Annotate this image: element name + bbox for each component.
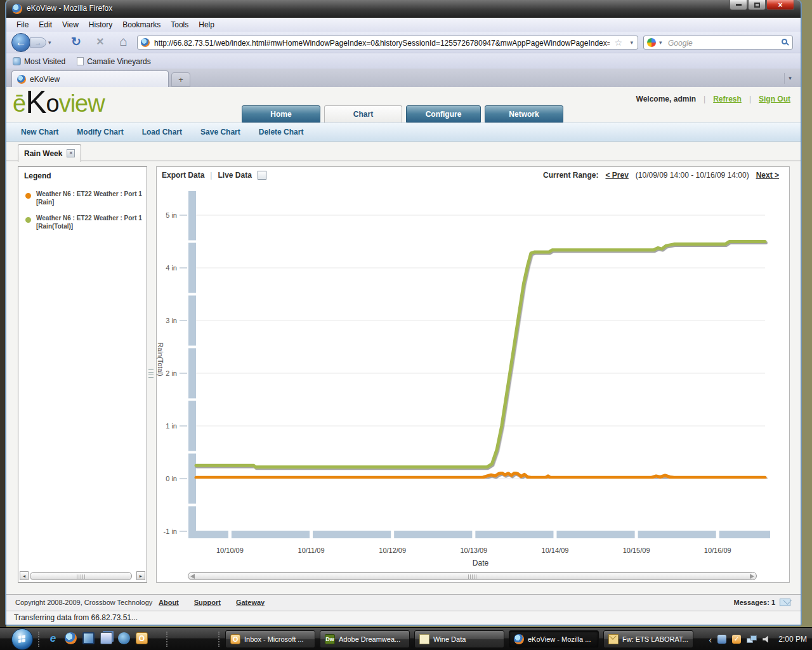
- bookmark-star-icon[interactable]: ☆: [614, 37, 622, 48]
- legend-item: Weather N6 : ET22 Weather : Port 1[Rain(…: [18, 211, 147, 235]
- back-button[interactable]: ←: [11, 33, 30, 52]
- submenu-new-chart[interactable]: New Chart: [21, 128, 58, 136]
- search-input[interactable]: ▾ Google: [643, 36, 793, 50]
- maximize-button[interactable]: [748, 0, 766, 10]
- y-tick-label: 2 in: [166, 369, 177, 377]
- refresh-link[interactable]: Refresh: [713, 95, 742, 103]
- scroll-right-icon[interactable]: ►: [136, 571, 145, 580]
- submenu-modify-chart[interactable]: Modify Chart: [77, 128, 123, 136]
- x-axis-band-gap: [310, 531, 313, 538]
- taskbar-button-outlook[interactable]: OInbox - Microsoft ...: [225, 630, 315, 648]
- search-engine-dropdown-icon[interactable]: ▾: [659, 39, 662, 46]
- x-tick-label: 10/10/09: [216, 547, 244, 554]
- x-axis-band-gap: [553, 531, 556, 538]
- nav-tab-home[interactable]: Home: [242, 105, 320, 123]
- bookmark-item[interactable]: Most Visited: [13, 57, 65, 66]
- menu-item-file[interactable]: File: [11, 19, 34, 30]
- close-icon: ×: [778, 1, 782, 10]
- submenu-save-chart[interactable]: Save Chart: [200, 128, 240, 136]
- volume-icon[interactable]: [763, 635, 771, 643]
- outlook-icon: O: [230, 634, 240, 644]
- doc-tab-rain-week[interactable]: Rain Week ×: [18, 144, 81, 162]
- nav-tab-chart[interactable]: Chart: [324, 105, 402, 123]
- minimize-button[interactable]: [730, 0, 747, 10]
- taskbar-grip[interactable]: [38, 632, 40, 647]
- next-range-link[interactable]: Next >: [756, 171, 779, 180]
- footer-link-support[interactable]: Support: [194, 599, 221, 606]
- window-titlebar[interactable]: eKoView - Mozilla Firefox ×: [6, 0, 801, 18]
- taskbar-grip[interactable]: [218, 632, 220, 647]
- document-tab-strip: Rain Week ×: [6, 143, 801, 161]
- rain-chart: 5 in4 in3 in2 in1 in0 in-1 in10/10/0910/…: [159, 185, 771, 569]
- display-icon[interactable]: [82, 632, 95, 644]
- browser-tab-ekoview[interactable]: eKoView: [11, 70, 169, 88]
- taskbar-button-document[interactable]: Wine Data: [414, 630, 504, 648]
- footer-link-gateway[interactable]: Gateway: [236, 599, 265, 606]
- page-footer: Copyright 2008-2009, Crossbow Technology…: [6, 594, 801, 611]
- live-data-checkbox[interactable]: [258, 171, 266, 180]
- page-icon: [77, 57, 84, 65]
- menu-item-history[interactable]: History: [84, 19, 117, 30]
- forward-button[interactable]: →: [30, 37, 46, 48]
- search-icon[interactable]: [782, 39, 787, 44]
- reload-button[interactable]: ↻: [71, 34, 81, 49]
- tray-expand-icon[interactable]: ‹: [709, 634, 712, 645]
- sign-out-link[interactable]: Sign Out: [759, 95, 790, 103]
- legend-scrollbar[interactable]: ◄ ►: [20, 571, 145, 580]
- nav-tab-network[interactable]: Network: [485, 105, 563, 123]
- taskbar-button-mail[interactable]: Fw: ETS LABORAT...: [603, 630, 693, 648]
- submenu-load-chart[interactable]: Load Chart: [142, 128, 182, 136]
- maximize-icon: [754, 3, 760, 8]
- doc-tab-close-icon[interactable]: ×: [67, 149, 75, 157]
- home-icon: ⌂: [119, 34, 128, 48]
- menu-item-help[interactable]: Help: [193, 19, 219, 30]
- history-dropdown-button[interactable]: ▾: [48, 39, 51, 46]
- forward-icon: →: [35, 39, 42, 46]
- start-button[interactable]: [11, 628, 33, 650]
- menu-item-edit[interactable]: Edit: [34, 19, 57, 30]
- home-button[interactable]: ⌂: [119, 34, 128, 49]
- firefox-app-icon: [12, 4, 22, 14]
- export-data-button[interactable]: Export Data: [162, 171, 204, 180]
- tray-sync-icon[interactable]: ✓: [732, 635, 741, 644]
- scroll-right-icon[interactable]: [750, 574, 754, 579]
- taskbar-button-label: Fw: ETS LABORAT...: [622, 635, 688, 643]
- footer-link-about[interactable]: About: [159, 599, 179, 606]
- thunderbird-icon[interactable]: [118, 632, 130, 644]
- bookmark-item[interactable]: Camalie Vineyards: [77, 57, 151, 66]
- url-dropdown-icon[interactable]: ▾: [630, 39, 633, 46]
- y-tick-label: 0 in: [166, 475, 177, 482]
- taskbar-button-dreamweaver[interactable]: DwAdobe Dreamwea...: [320, 630, 410, 648]
- new-tab-button[interactable]: +: [171, 72, 190, 87]
- taskbar-grip[interactable]: [166, 632, 168, 647]
- prev-range-link[interactable]: < Prev: [605, 171, 628, 180]
- internet-explorer-icon[interactable]: e: [47, 632, 59, 644]
- menu-item-bookmarks[interactable]: Bookmarks: [117, 19, 166, 30]
- list-all-tabs-button[interactable]: ▾: [784, 73, 796, 84]
- firefox-icon[interactable]: [65, 632, 77, 644]
- chart-scrollbar[interactable]: [188, 572, 757, 580]
- x-tick-label: 10/15/09: [623, 547, 650, 554]
- panel-splitter-handle[interactable]: [148, 369, 154, 380]
- url-text[interactable]: http://66.82.73.51/web/index.html#mwHome…: [154, 39, 610, 48]
- messages-envelope-icon[interactable]: [780, 599, 790, 606]
- taskbar-button-firefox[interactable]: eKoView - Mozilla ...: [509, 630, 599, 648]
- outlook-icon[interactable]: O: [136, 632, 148, 644]
- submenu-delete-chart[interactable]: Delete Chart: [259, 128, 304, 136]
- y-axis-band: [188, 191, 196, 538]
- menu-item-view[interactable]: View: [57, 19, 84, 30]
- y-tick-label: 3 in: [166, 317, 177, 324]
- scroll-left-icon[interactable]: ◄: [20, 571, 29, 580]
- stop-button[interactable]: ×: [96, 34, 104, 49]
- windows-explorer-icon[interactable]: [100, 632, 112, 644]
- stop-icon: ×: [96, 34, 104, 48]
- legend-dot-icon: [25, 217, 31, 223]
- nav-tab-configure[interactable]: Configure: [406, 105, 481, 123]
- tray-app-icon[interactable]: [717, 635, 726, 644]
- legend-scrollbar-thumb[interactable]: [30, 572, 132, 580]
- url-bar[interactable]: http://66.82.73.51/web/index.html#mwHome…: [137, 36, 638, 50]
- menu-item-tools[interactable]: Tools: [166, 19, 193, 30]
- network-icon[interactable]: [747, 635, 757, 644]
- close-button[interactable]: ×: [766, 0, 794, 10]
- scroll-left-icon[interactable]: [190, 574, 195, 579]
